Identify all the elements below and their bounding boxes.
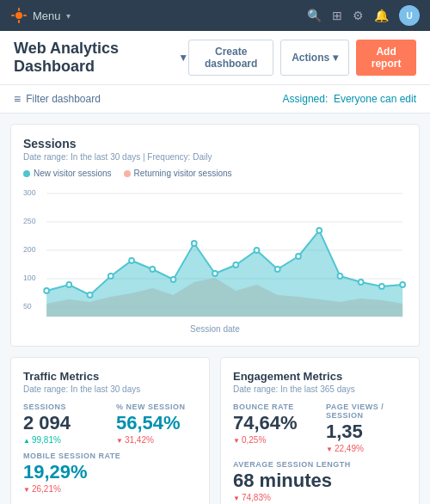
avg-session-length-metric: AVERAGE SESSION LENGTH 68 minutes 74,83% xyxy=(233,460,407,502)
sessions-metric: SESSIONS 2 094 99,81% xyxy=(23,403,104,445)
avg-session-length-label: AVERAGE SESSION LENGTH xyxy=(233,460,407,469)
sessions-chart-svg: 300 250 200 100 50 xyxy=(23,183,407,321)
traffic-metrics-grid: SESSIONS 2 094 99,81% % NEW SESSION 56,5… xyxy=(23,403,197,445)
svg-text:50: 50 xyxy=(23,302,32,310)
avg-session-length-value: 68 minutes xyxy=(233,470,407,491)
svg-rect-4 xyxy=(23,15,27,16)
sessions-metric-label: SESSIONS xyxy=(23,403,104,411)
mobile-session-label: MOBILE SESSION RATE xyxy=(23,452,197,460)
title-dropdown-icon[interactable]: ▼ xyxy=(178,52,188,64)
avatar[interactable]: U xyxy=(399,5,420,26)
new-session-change: 31,42% xyxy=(116,435,197,445)
page-views-down-icon xyxy=(326,444,333,453)
svg-point-27 xyxy=(233,262,238,267)
page-views-change: 22,49% xyxy=(326,444,407,453)
mobile-session-down-icon xyxy=(23,484,30,494)
svg-text:200: 200 xyxy=(23,245,36,254)
create-dashboard-button[interactable]: Create dashboard xyxy=(188,40,273,76)
filter-icon: ≡ xyxy=(14,92,21,106)
filter-dashboard-button[interactable]: ≡ Filter dashboard xyxy=(14,92,101,106)
svg-point-28 xyxy=(255,248,260,253)
traffic-metrics-card: Traffic Metrics Date range: In the last … xyxy=(10,357,210,504)
page-views-value: 1,35 xyxy=(326,421,407,442)
svg-point-21 xyxy=(108,274,114,279)
legend-new-label: New visitor sessions xyxy=(34,169,112,178)
legend-returning-label: Returning visitor sessions xyxy=(134,169,232,178)
chart-legend: New visitor sessions Returning visitor s… xyxy=(23,169,407,178)
hubspot-logo-icon xyxy=(10,7,28,24)
svg-point-23 xyxy=(150,267,155,272)
mobile-session-change: 26,21% xyxy=(23,484,197,494)
settings-icon[interactable]: ⚙ xyxy=(353,9,364,22)
legend-returning-visitors: Returning visitor sessions xyxy=(124,169,232,178)
svg-point-29 xyxy=(275,267,280,272)
menu-chevron-icon[interactable]: ▾ xyxy=(66,11,71,21)
svg-point-0 xyxy=(15,12,22,19)
svg-rect-1 xyxy=(18,8,20,11)
svg-point-32 xyxy=(338,274,343,279)
page-views-metric: PAGE VIEWS / SESSION 1,35 22,49% xyxy=(326,403,407,453)
sessions-chart: 300 250 200 100 50 xyxy=(23,183,407,321)
metrics-row: Traffic Metrics Date range: In the last … xyxy=(10,357,420,504)
bounce-rate-label: BOUNCE RATE xyxy=(233,403,314,411)
sessions-title: Sessions xyxy=(23,137,407,151)
filter-bar: ≡ Filter dashboard Assigned: Everyone ca… xyxy=(0,85,430,114)
svg-point-18 xyxy=(44,288,49,293)
search-icon[interactable]: 🔍 xyxy=(307,9,322,22)
svg-rect-3 xyxy=(11,15,15,16)
bounce-rate-value: 74,64% xyxy=(233,413,314,433)
avg-session-length-change: 74,83% xyxy=(233,493,407,502)
sessions-subtitle: Date range: In the last 30 days | Freque… xyxy=(23,152,407,162)
svg-point-22 xyxy=(129,258,134,263)
grid-icon[interactable]: ⊞ xyxy=(332,9,342,22)
svg-point-26 xyxy=(212,271,218,276)
notifications-icon[interactable]: 🔔 xyxy=(374,9,389,22)
engagement-metrics-title: Engagement Metrics xyxy=(233,370,407,383)
engagement-metrics-grid: BOUNCE RATE 74,64% 0,25% PAGE VIEWS / SE… xyxy=(233,403,407,453)
page-views-label: PAGE VIEWS / SESSION xyxy=(326,403,407,420)
actions-button[interactable]: Actions ▾ xyxy=(280,40,349,76)
svg-marker-17 xyxy=(46,230,402,317)
nav-left: Menu ▾ xyxy=(10,7,71,24)
top-navigation: Menu ▾ 🔍 ⊞ ⚙ 🔔 U xyxy=(0,0,430,31)
svg-point-34 xyxy=(379,284,384,289)
add-report-button[interactable]: Add report xyxy=(356,40,416,76)
sessions-card: Sessions Date range: In the last 30 days… xyxy=(10,124,420,347)
svg-point-30 xyxy=(296,254,301,259)
svg-point-24 xyxy=(171,277,176,282)
svg-rect-2 xyxy=(18,20,20,23)
nav-right: 🔍 ⊞ ⚙ 🔔 U xyxy=(307,5,420,26)
page-title: Web Analytics Dashboard xyxy=(14,40,173,76)
header-actions: Create dashboard Actions ▾ Add report xyxy=(188,40,416,76)
svg-point-31 xyxy=(316,228,322,233)
bounce-rate-metric: BOUNCE RATE 74,64% 0,25% xyxy=(233,403,314,453)
bounce-rate-change: 0,25% xyxy=(233,435,314,445)
header-title-group: Web Analytics Dashboard ▼ xyxy=(14,40,188,76)
traffic-metrics-subtitle: Date range: In the last 30 days xyxy=(23,384,197,394)
svg-point-19 xyxy=(66,282,71,287)
engagement-metrics-subtitle: Date range: In the last 365 days xyxy=(233,384,407,394)
x-axis-label: Session date xyxy=(23,324,407,334)
new-session-metric: % NEW SESSION 56,54% 31,42% xyxy=(116,403,197,445)
svg-point-33 xyxy=(359,280,364,285)
new-session-value: 56,54% xyxy=(116,413,197,433)
svg-point-35 xyxy=(400,282,405,287)
legend-new-visitors: New visitor sessions xyxy=(23,169,112,178)
svg-point-20 xyxy=(88,292,93,298)
sessions-up-icon xyxy=(23,435,30,445)
menu-label[interactable]: Menu xyxy=(33,9,61,22)
mobile-session-metric: MOBILE SESSION RATE 19,29% 26,21% xyxy=(23,452,197,494)
avg-session-down-icon xyxy=(233,493,240,502)
page-header: Web Analytics Dashboard ▼ Create dashboa… xyxy=(0,31,430,85)
mobile-session-value: 19,29% xyxy=(23,462,197,482)
svg-text:300: 300 xyxy=(23,188,36,197)
svg-point-25 xyxy=(192,241,197,246)
legend-new-dot xyxy=(23,170,30,177)
sessions-metric-value: 2 094 xyxy=(23,413,104,433)
bounce-rate-down-icon xyxy=(233,435,240,445)
svg-text:250: 250 xyxy=(23,217,36,225)
new-session-down-icon xyxy=(116,435,123,445)
new-session-label: % NEW SESSION xyxy=(116,403,197,411)
engagement-metrics-card: Engagement Metrics Date range: In the la… xyxy=(220,357,420,504)
assigned-value[interactable]: Everyone can edit xyxy=(334,93,416,105)
